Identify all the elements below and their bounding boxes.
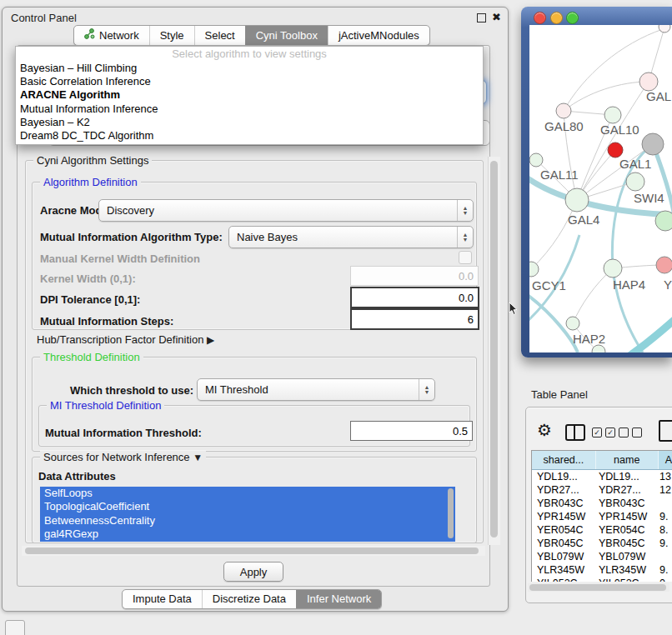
dpi-tolerance-field[interactable]: 0.0: [350, 287, 479, 308]
tab-style[interactable]: Style: [149, 26, 194, 45]
sources-toggle[interactable]: Sources for Network Inference ▼: [40, 451, 206, 463]
control-panel-tabbar: Network Style Select Cyni Toolbox jActiv…: [73, 25, 430, 46]
node-gal1[interactable]: [626, 172, 644, 191]
node[interactable]: [659, 25, 670, 32]
tab-cyni-toolbox[interactable]: Cyni Toolbox: [245, 26, 328, 45]
node[interactable]: [639, 72, 658, 91]
mi-threshold-field[interactable]: 0.5: [350, 421, 473, 441]
checked-box-icon: ✓: [605, 428, 615, 438]
data-attributes-list: SelfLoops TopologicalCoefficient Between…: [40, 487, 455, 542]
table-horizontal-scroll-thumb[interactable]: [529, 584, 666, 591]
kernel-width-field[interactable]: 0.0: [350, 266, 479, 286]
gear-icon[interactable]: ⚙: [537, 420, 552, 440]
tab-impute-data[interactable]: Impute Data: [123, 590, 202, 608]
list-item[interactable]: SelfLoops: [40, 487, 455, 500]
node-hap4[interactable]: [604, 259, 622, 278]
menu-item-selected[interactable]: ARACNE Algorithm: [16, 88, 483, 102]
cyni-algorithm-settings-title: Cyni Algorithm Settings: [33, 154, 152, 167]
select-all-icon[interactable]: ✓✓: [592, 428, 615, 438]
tab-infer-network[interactable]: Infer Network: [296, 590, 381, 608]
unchecked-box-icon: [619, 428, 629, 438]
mi-threshold-definition-title: MI Threshold Definition: [47, 399, 164, 412]
column-header-shared-name[interactable]: shared...: [532, 451, 596, 469]
node[interactable]: [592, 345, 605, 352]
table-row[interactable]: YLR345WYLR345W9.: [532, 563, 672, 577]
table-header: shared... name A: [532, 451, 672, 470]
node-gal10[interactable]: [604, 107, 621, 123]
menu-item[interactable]: Mutual Information Inference: [16, 102, 483, 116]
dpi-tolerance-label: DPI Tolerance [0,1]:: [40, 293, 140, 306]
settings-horizontal-scrollbar[interactable]: [22, 546, 485, 556]
disclosure-right-icon[interactable]: ▶: [207, 334, 214, 346]
tab-impute-label: Impute Data: [133, 592, 192, 605]
table-row[interactable]: YBR043CYBR043C: [532, 497, 672, 510]
threshold-definition-title: Threshold Definition: [40, 351, 143, 363]
menu-item[interactable]: Dream8 DC_TDC Algorithm: [16, 129, 483, 142]
document-icon[interactable]: [659, 420, 672, 442]
aracne-mode-combo[interactable]: Discovery ▲▼: [98, 199, 474, 222]
list-item[interactable]: TopologicalCoefficient: [40, 500, 455, 513]
table-row[interactable]: YPR145WYPR145W9.: [532, 510, 672, 523]
hub-definition-toggle[interactable]: Hub/Transcription Factor Definition ▶: [37, 333, 214, 346]
menu-item[interactable]: Basic Correlation Inference: [16, 75, 483, 88]
table-row[interactable]: YBR045CYBR045C9.: [532, 537, 672, 550]
node-label: GAL10: [600, 122, 639, 137]
manual-kernel-checkbox[interactable]: [459, 251, 472, 264]
tab-discretize-data[interactable]: Discretize Data: [202, 590, 296, 608]
list-item[interactable]: BetweennessCentrality: [40, 514, 455, 528]
data-attributes-label: Data Attributes: [38, 470, 116, 482]
mouse-cursor: [509, 302, 519, 319]
which-threshold-combo[interactable]: MI Threshold ▲▼: [197, 378, 435, 401]
column-header-name[interactable]: name: [596, 451, 659, 469]
tab-jactivemnodules[interactable]: jActiveMNodules: [328, 26, 429, 45]
node-gal4[interactable]: [565, 188, 589, 212]
popup-placeholder: Select algorithm to view settings: [16, 47, 483, 62]
node-gal11[interactable]: [529, 153, 543, 167]
mi-steps-field[interactable]: 6: [350, 308, 479, 330]
apply-button[interactable]: Apply: [223, 562, 283, 582]
close-traffic-light[interactable]: [534, 12, 546, 24]
menu-item[interactable]: Bayesian – Hill Climbing: [16, 62, 483, 75]
table-horizontal-scrollbar[interactable]: [528, 583, 669, 592]
tab-select[interactable]: Select: [194, 26, 245, 45]
mi-type-combo[interactable]: Naive Bayes ▲▼: [228, 226, 474, 248]
network-canvas[interactable]: GAL GAL80 GAL10 GAL1 GAL11 GAL4 SWI4 GCY…: [529, 25, 672, 352]
mini-button-partial[interactable]: [5, 620, 25, 635]
node-hap2[interactable]: [566, 317, 579, 330]
unselect-all-icon[interactable]: [619, 428, 642, 438]
disclosure-down-icon[interactable]: ▼: [193, 452, 203, 463]
list-vertical-scroll-thumb[interactable]: [448, 488, 454, 538]
close-window-icon[interactable]: ✖: [492, 11, 501, 23]
float-window-icon[interactable]: [477, 13, 486, 22]
list-item[interactable]: gal4RGexp: [40, 528, 455, 541]
minimize-traffic-light[interactable]: [550, 12, 563, 24]
settings-vertical-scroll-thumb[interactable]: [490, 161, 498, 538]
mi-steps-label: Mutual Information Steps:: [40, 315, 173, 328]
node-gal80[interactable]: [556, 103, 571, 118]
settings-horizontal-scroll-thumb[interactable]: [25, 548, 479, 554]
sources-title: Sources for Network Inference: [43, 451, 190, 463]
node-red-selected[interactable]: [608, 142, 623, 158]
table-row[interactable]: YDR27...YDR27...12: [532, 483, 672, 497]
menu-item[interactable]: Bayesian – K2: [16, 116, 483, 129]
settings-vertical-scrollbar[interactable]: [488, 157, 500, 545]
node-salmon[interactable]: [656, 257, 672, 273]
tab-infer-label: Infer Network: [307, 592, 371, 605]
kernel-width-label: Kernel Width (0,1):: [40, 272, 136, 285]
node-label: GAL4: [568, 212, 599, 227]
zoom-traffic-light[interactable]: [566, 12, 579, 24]
table-row[interactable]: YER054CYER054C8.: [532, 523, 672, 537]
table-row[interactable]: YIL052CYIL052C0.: [532, 577, 672, 582]
tab-network[interactable]: Network: [74, 26, 149, 45]
node-label: GAL11: [540, 168, 579, 182]
node-gray[interactable]: [642, 133, 664, 155]
split-panel-icon[interactable]: [565, 424, 585, 441]
manual-kernel-label: Manual Kernel Width Definition: [40, 252, 200, 265]
column-header-partial[interactable]: A: [659, 451, 672, 469]
combo-arrows-icon: ▲▼: [457, 200, 473, 221]
table-row[interactable]: YBL079WYBL079W: [532, 550, 672, 563]
node-label: SWI4: [634, 191, 664, 205]
node-gcy1[interactable]: [529, 262, 539, 277]
table-row[interactable]: YDL19...YDL19...13: [532, 470, 672, 483]
node-swi4[interactable]: [655, 211, 672, 231]
